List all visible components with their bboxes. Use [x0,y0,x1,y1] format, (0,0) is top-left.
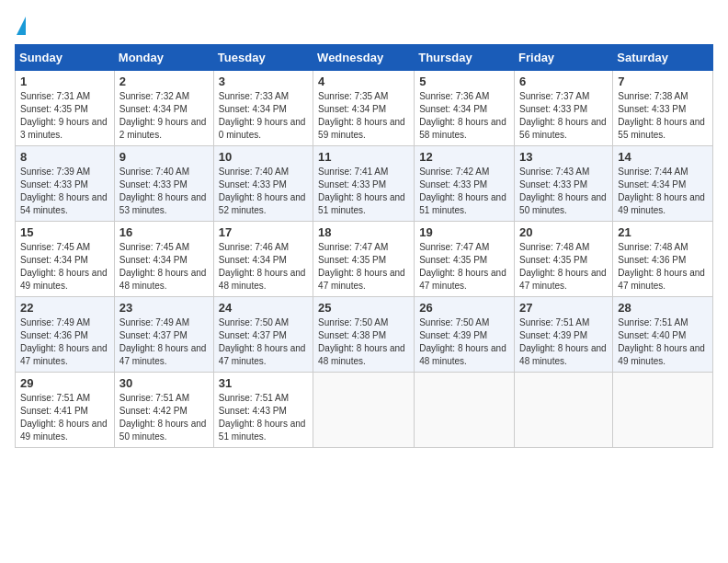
day-info: Sunrise: 7:48 AMSunset: 4:36 PMDaylight:… [618,242,705,291]
calendar-cell: 20 Sunrise: 7:48 AMSunset: 4:35 PMDaylig… [515,222,613,297]
day-number: 8 [20,150,109,164]
day-info: Sunrise: 7:50 AMSunset: 4:38 PMDaylight:… [318,317,405,366]
day-number: 28 [618,301,708,315]
calendar-cell: 13 Sunrise: 7:43 AMSunset: 4:33 PMDaylig… [515,146,613,222]
day-number: 7 [618,75,708,88]
day-number: 2 [119,75,209,88]
calendar-cell [515,373,613,448]
day-info: Sunrise: 7:45 AMSunset: 4:34 PMDaylight:… [20,242,108,291]
day-number: 19 [419,225,509,239]
day-info: Sunrise: 7:38 AMSunset: 4:33 PMDaylight:… [618,91,705,140]
calendar-cell: 18 Sunrise: 7:47 AMSunset: 4:35 PMDaylig… [313,222,415,297]
day-number: 25 [318,301,409,315]
calendar-header-monday: Monday [114,45,213,71]
day-number: 12 [419,150,509,164]
calendar-week-row: 22 Sunrise: 7:49 AMSunset: 4:36 PMDaylig… [16,297,713,373]
day-number: 1 [20,75,109,88]
day-info: Sunrise: 7:40 AMSunset: 4:33 PMDaylight:… [119,167,207,215]
day-number: 10 [219,150,308,164]
calendar-header-saturday: Saturday [613,45,713,71]
calendar-cell: 14 Sunrise: 7:44 AMSunset: 4:34 PMDaylig… [613,146,713,222]
calendar-cell: 16 Sunrise: 7:45 AMSunset: 4:34 PMDaylig… [114,222,213,297]
day-number: 26 [419,301,509,315]
day-info: Sunrise: 7:50 AMSunset: 4:37 PMDaylight:… [219,317,306,366]
day-info: Sunrise: 7:32 AMSunset: 4:34 PMDaylight:… [119,91,207,140]
calendar-week-row: 29 Sunrise: 7:51 AMSunset: 4:41 PMDaylig… [16,373,713,448]
calendar-cell: 6 Sunrise: 7:37 AMSunset: 4:33 PMDayligh… [515,71,613,146]
day-number: 27 [519,301,608,315]
day-info: Sunrise: 7:47 AMSunset: 4:35 PMDaylight:… [318,242,405,291]
day-info: Sunrise: 7:42 AMSunset: 4:33 PMDaylight:… [419,167,506,215]
calendar-table: SundayMondayTuesdayWednesdayThursdayFrid… [15,44,713,448]
logo [15,15,26,35]
calendar-cell: 28 Sunrise: 7:51 AMSunset: 4:40 PMDaylig… [613,297,713,373]
day-info: Sunrise: 7:44 AMSunset: 4:34 PMDaylight:… [618,167,705,215]
day-info: Sunrise: 7:43 AMSunset: 4:33 PMDaylight:… [519,167,607,215]
day-info: Sunrise: 7:51 AMSunset: 4:42 PMDaylight:… [119,393,207,442]
calendar-cell: 22 Sunrise: 7:49 AMSunset: 4:36 PMDaylig… [16,297,115,373]
calendar-cell: 10 Sunrise: 7:40 AMSunset: 4:33 PMDaylig… [213,146,313,222]
day-number: 4 [318,75,409,88]
day-number: 14 [618,150,708,164]
day-number: 23 [119,301,209,315]
calendar-cell: 25 Sunrise: 7:50 AMSunset: 4:38 PMDaylig… [313,297,415,373]
calendar-header-tuesday: Tuesday [213,45,313,71]
day-number: 20 [519,225,608,239]
day-number: 18 [318,225,409,239]
calendar-cell [415,373,515,448]
day-info: Sunrise: 7:50 AMSunset: 4:39 PMDaylight:… [419,317,506,366]
day-info: Sunrise: 7:33 AMSunset: 4:34 PMDaylight:… [219,91,306,140]
calendar-cell: 15 Sunrise: 7:45 AMSunset: 4:34 PMDaylig… [16,222,115,297]
day-info: Sunrise: 7:41 AMSunset: 4:33 PMDaylight:… [318,167,405,215]
day-number: 24 [219,301,308,315]
calendar-cell: 11 Sunrise: 7:41 AMSunset: 4:33 PMDaylig… [313,146,415,222]
calendar-cell: 30 Sunrise: 7:51 AMSunset: 4:42 PMDaylig… [114,373,213,448]
calendar-cell [613,373,713,448]
day-info: Sunrise: 7:36 AMSunset: 4:34 PMDaylight:… [419,91,506,140]
day-info: Sunrise: 7:51 AMSunset: 4:43 PMDaylight:… [219,393,306,442]
calendar-cell: 29 Sunrise: 7:51 AMSunset: 4:41 PMDaylig… [16,373,115,448]
calendar-week-row: 1 Sunrise: 7:31 AMSunset: 4:35 PMDayligh… [16,71,713,146]
day-info: Sunrise: 7:51 AMSunset: 4:40 PMDaylight:… [618,317,705,366]
day-info: Sunrise: 7:37 AMSunset: 4:33 PMDaylight:… [519,91,607,140]
calendar-header-thursday: Thursday [415,45,515,71]
calendar-cell: 26 Sunrise: 7:50 AMSunset: 4:39 PMDaylig… [415,297,515,373]
day-number: 16 [119,225,209,239]
calendar-cell: 1 Sunrise: 7:31 AMSunset: 4:35 PMDayligh… [16,71,115,146]
logo-icon [17,17,26,35]
day-number: 3 [219,75,308,88]
day-number: 13 [519,150,608,164]
day-info: Sunrise: 7:31 AMSunset: 4:35 PMDaylight:… [20,91,108,140]
day-info: Sunrise: 7:40 AMSunset: 4:33 PMDaylight:… [219,167,306,215]
calendar-cell: 5 Sunrise: 7:36 AMSunset: 4:34 PMDayligh… [415,71,515,146]
day-info: Sunrise: 7:51 AMSunset: 4:41 PMDaylight:… [20,393,108,442]
calendar-cell: 23 Sunrise: 7:49 AMSunset: 4:37 PMDaylig… [114,297,213,373]
day-info: Sunrise: 7:47 AMSunset: 4:35 PMDaylight:… [419,242,506,291]
calendar-cell: 24 Sunrise: 7:50 AMSunset: 4:37 PMDaylig… [213,297,313,373]
day-number: 31 [219,376,308,390]
day-number: 11 [318,150,409,164]
calendar-cell: 4 Sunrise: 7:35 AMSunset: 4:34 PMDayligh… [313,71,415,146]
calendar-header-friday: Friday [515,45,613,71]
day-info: Sunrise: 7:49 AMSunset: 4:36 PMDaylight:… [20,317,108,366]
day-info: Sunrise: 7:39 AMSunset: 4:33 PMDaylight:… [20,167,108,215]
day-number: 6 [519,75,608,88]
day-info: Sunrise: 7:48 AMSunset: 4:35 PMDaylight:… [519,242,607,291]
calendar-cell: 17 Sunrise: 7:46 AMSunset: 4:34 PMDaylig… [213,222,313,297]
calendar-cell: 19 Sunrise: 7:47 AMSunset: 4:35 PMDaylig… [415,222,515,297]
calendar-cell: 31 Sunrise: 7:51 AMSunset: 4:43 PMDaylig… [213,373,313,448]
calendar-cell: 7 Sunrise: 7:38 AMSunset: 4:33 PMDayligh… [613,71,713,146]
day-number: 30 [119,376,209,390]
page-header [15,15,713,35]
calendar-header-row: SundayMondayTuesdayWednesdayThursdayFrid… [16,45,713,71]
calendar-cell: 27 Sunrise: 7:51 AMSunset: 4:39 PMDaylig… [515,297,613,373]
day-info: Sunrise: 7:49 AMSunset: 4:37 PMDaylight:… [119,317,207,366]
calendar-header-wednesday: Wednesday [313,45,415,71]
calendar-week-row: 15 Sunrise: 7:45 AMSunset: 4:34 PMDaylig… [16,222,713,297]
day-number: 9 [119,150,209,164]
day-info: Sunrise: 7:51 AMSunset: 4:39 PMDaylight:… [519,317,607,366]
day-number: 15 [20,225,109,239]
calendar-cell: 2 Sunrise: 7:32 AMSunset: 4:34 PMDayligh… [114,71,213,146]
calendar-cell: 9 Sunrise: 7:40 AMSunset: 4:33 PMDayligh… [114,146,213,222]
day-info: Sunrise: 7:35 AMSunset: 4:34 PMDaylight:… [318,91,405,140]
